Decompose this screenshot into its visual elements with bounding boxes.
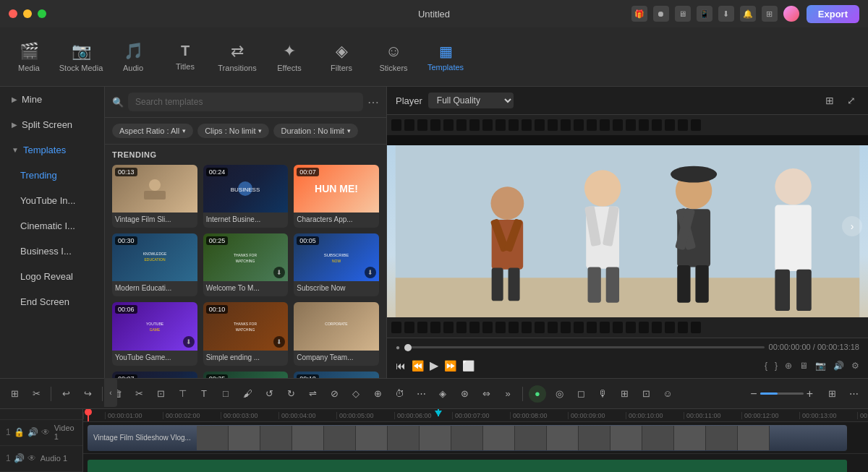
eye-audio-icon[interactable]: 👁 (27, 453, 36, 463)
ai-tool[interactable]: ⊞ (616, 385, 633, 403)
video-clip[interactable]: Vintage Film Slideshow Vlog... (88, 425, 847, 451)
mirror-tool[interactable]: ⇌ (304, 385, 321, 403)
template-card-10[interactable]: 00:07 PHOTOGRAPHY Imaging Produc... (112, 372, 197, 378)
undo-button[interactable]: ↩ (57, 385, 75, 403)
select-tool[interactable]: ⊞ (6, 385, 23, 403)
mark-out-icon[interactable]: } (775, 361, 778, 371)
mask-tool[interactable]: ◻ (572, 385, 590, 403)
frame-forward-button[interactable]: ⏩ (444, 360, 456, 372)
sidebar-item-business[interactable]: Business I... (0, 239, 104, 264)
detach-audio[interactable]: ⊘ (326, 385, 343, 403)
template-card-8[interactable]: 00:10 ⬇ THANKS FORWATCHING Simple ending… (203, 302, 289, 365)
preview-next-arrow[interactable]: › (842, 216, 862, 236)
shape-tool[interactable]: □ (217, 385, 234, 403)
replace-color[interactable]: ◈ (434, 385, 451, 403)
sidebar-item-logo-reveal[interactable]: Logo Reveal (0, 264, 104, 289)
grid-icon[interactable]: ⊞ (762, 6, 778, 22)
snapshot-icon[interactable]: 📷 (815, 361, 826, 371)
minimize-button[interactable] (23, 9, 32, 18)
media-icon[interactable]: 📱 (697, 6, 712, 22)
frame-back-button[interactable]: ⏪ (412, 360, 424, 372)
skip-back-button[interactable]: ⏮ (396, 360, 406, 372)
volume-icon[interactable]: 🔊 (833, 361, 844, 371)
toolbar-item-templates[interactable]: ▦ Templates (420, 32, 472, 82)
lock-track-icon[interactable]: 🔒 (14, 427, 25, 437)
motion-track[interactable]: ◎ (550, 385, 568, 403)
template-card-1[interactable]: 00:13 Vintage Film Sli... (112, 165, 197, 228)
toolbar-item-effects[interactable]: ✦ Effects (263, 32, 315, 82)
redo-button[interactable]: ↪ (79, 385, 96, 403)
zoom-slider[interactable] (760, 392, 804, 395)
more-tools[interactable]: » (499, 385, 516, 403)
sidebar-item-split-screen[interactable]: ▶ Split Screen (0, 112, 104, 137)
record-button[interactable]: ● (529, 385, 546, 403)
clips-filter[interactable]: Clips : No limit ▾ (197, 124, 269, 138)
subtitle-tool[interactable]: ⊡ (637, 385, 655, 403)
monitor-icon[interactable]: 🖥 (675, 6, 691, 22)
keyframe-tool[interactable]: ◇ (347, 385, 365, 403)
settings-icon[interactable]: ⚙ (851, 361, 859, 371)
audio-clip[interactable] (88, 460, 847, 472)
toolbar-item-transitions[interactable]: ⇄ Transitions (211, 32, 263, 82)
sidebar-item-mine[interactable]: ▶ Mine (0, 87, 104, 112)
zoom-out-button[interactable]: − (750, 387, 757, 400)
template-card-11[interactable]: 00:35 ⬇ WEDDING Wedding Scen... (203, 372, 289, 378)
audio-icon-tl[interactable]: 🔊 (14, 453, 25, 463)
record-icon[interactable]: ⏺ (653, 6, 669, 22)
mark-in-icon[interactable]: { (765, 361, 767, 371)
quality-select[interactable]: Full Quality Half Quality Quarter Qualit… (428, 93, 514, 108)
speed-tool[interactable]: ⏱ (391, 385, 408, 403)
template-card-7[interactable]: 00:06 ⬇ YOUTUBEGAME YouTube Game... (112, 302, 197, 365)
monitor-icon[interactable]: 🖥 (799, 361, 808, 371)
toolbar-item-stickers[interactable]: ☺ Stickers (367, 32, 420, 82)
more-options-icon[interactable]: ⋯ (367, 95, 379, 109)
template-card-2[interactable]: 00:24 BUSINESS Internet Busine... (203, 165, 289, 228)
eye-track-icon[interactable]: 👁 (41, 427, 50, 437)
crop-button[interactable]: ⬜ (462, 360, 475, 372)
template-card-6[interactable]: 00:05 ⬇ SUBSCRIBENOW Subscribe Now (294, 233, 379, 296)
export-button[interactable]: Export (807, 5, 859, 23)
grid-layout-button[interactable]: ⊞ (823, 385, 841, 403)
template-card-12[interactable]: 00:10 ⬇ MEMORIES Memories Of O... (294, 372, 379, 378)
toolbar-item-titles[interactable]: T Titles (159, 32, 211, 82)
aspect-ratio-filter[interactable]: Aspect Ratio : All ▾ (112, 124, 193, 138)
close-button[interactable] (9, 9, 17, 18)
sidebar-item-cinematic[interactable]: Cinematic I... (0, 213, 104, 239)
user-avatar[interactable] (783, 6, 799, 22)
more-options-button[interactable]: ⋯ (845, 385, 862, 403)
toolbar-item-stock[interactable]: 📷 Stock Media (55, 32, 107, 82)
template-card-9[interactable]: CORPORATE Company Team... (294, 302, 379, 365)
sidebar-item-end-screen[interactable]: End Screen (0, 289, 104, 314)
paint-tool[interactable]: 🖌 (239, 385, 256, 403)
sticker-tool[interactable]: ☺ (659, 385, 676, 403)
fullscreen-icon[interactable]: ⤢ (843, 93, 859, 108)
audio-track-icon[interactable]: 🔊 (27, 427, 38, 437)
search-input[interactable] (128, 93, 363, 111)
sidebar-item-youtube-in[interactable]: YouTube In... (0, 188, 104, 213)
template-card-3[interactable]: 00:07 HUN ME! Characters App... (294, 165, 379, 228)
rotate-left[interactable]: ↺ (260, 385, 278, 403)
template-card-4[interactable]: 00:30 KNOWLEDGEEDUCATION Modern Educati.… (112, 233, 197, 296)
download-icon[interactable]: ⬇ (718, 6, 734, 22)
text-tool[interactable]: T (195, 385, 213, 403)
freeze-tool[interactable]: ⋯ (412, 385, 430, 403)
play-button[interactable]: ▶ (430, 359, 438, 372)
expand-tool[interactable]: ⇔ (477, 385, 495, 403)
zoom-in-button[interactable]: + (807, 387, 813, 400)
toolbar-item-audio[interactable]: 🎵 Audio (107, 32, 159, 82)
template-card-5[interactable]: 00:25 ⬇ THANKS FORWATCHING Welcome To M.… (203, 233, 289, 296)
panel-collapse-button[interactable]: ‹ (104, 378, 117, 407)
split-button[interactable]: ⊤ (174, 385, 191, 403)
notification-icon[interactable]: 🔔 (740, 6, 756, 22)
sidebar-item-templates[interactable]: ▼ Templates (0, 137, 104, 163)
progress-bar[interactable] (404, 346, 765, 348)
adjust-tool[interactable]: ⊛ (456, 385, 473, 403)
cut-button[interactable]: ✂ (130, 385, 148, 403)
crop-tool[interactable]: ⊡ (152, 385, 169, 403)
blade-tool[interactable]: ✂ (27, 385, 45, 403)
toolbar-item-media[interactable]: 🎬 Media (3, 32, 55, 82)
mic-button[interactable]: 🎙 (594, 385, 611, 403)
sidebar-item-trending[interactable]: Trending (0, 163, 104, 188)
duration-filter[interactable]: Duration : No limit ▾ (273, 124, 357, 138)
toolbar-item-filters[interactable]: ◈ Filters (315, 32, 367, 82)
